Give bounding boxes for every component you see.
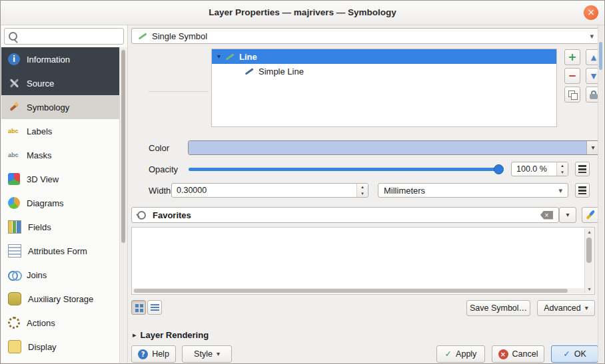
- chevron-down-icon: [217, 351, 220, 357]
- list-view-icon: [151, 304, 159, 305]
- sidebar-scrollbar[interactable]: [119, 47, 127, 363]
- width-label: Width: [149, 186, 171, 196]
- minus-icon: [568, 71, 577, 81]
- masks-icon: [8, 149, 20, 161]
- duplicate-icon: [568, 91, 577, 99]
- dialog-scrollbar[interactable]: [598, 25, 604, 363]
- advanced-button[interactable]: Advanced: [537, 300, 595, 316]
- width-spinbox[interactable]: 0.30000: [171, 183, 368, 198]
- sidebar-item-label: Display: [28, 342, 57, 352]
- clear-filter-icon[interactable]: ×: [540, 211, 553, 220]
- opacity-slider-track[interactable]: [189, 168, 501, 171]
- scroll-down-icon[interactable]: [585, 287, 594, 292]
- layer-properties-dialog: Layer Properties — majrivers — Symbology…: [0, 0, 605, 364]
- title-bar[interactable]: Layer Properties — majrivers — Symbology: [1, 1, 604, 25]
- style-manager-button[interactable]: [582, 207, 599, 223]
- dialog-scrollbar-handle[interactable]: [599, 42, 602, 70]
- add-symbol-layer-button[interactable]: [564, 49, 580, 65]
- chevron-down-icon: [590, 33, 594, 40]
- symbol-filter-value: Favorites: [153, 210, 191, 220]
- tree-item-simple-line[interactable]: Simple Line: [212, 64, 556, 79]
- apply-button[interactable]: Apply: [436, 345, 485, 363]
- help-icon: [138, 349, 148, 359]
- ok-button[interactable]: OK: [551, 345, 598, 363]
- tree-item-label: Line: [239, 52, 257, 62]
- width-unit-combo[interactable]: Millimeters: [378, 183, 568, 198]
- sidebar-item-symbology[interactable]: Symbology: [1, 95, 120, 119]
- attributes-form-icon: [8, 244, 21, 258]
- sidebar-item-display[interactable]: Display: [1, 335, 120, 359]
- layer-rendering-label: Layer Rendering: [141, 330, 209, 340]
- list-view-toggle[interactable]: [147, 300, 162, 315]
- grid-view-icon: [135, 304, 139, 307]
- sidebar-item-masks[interactable]: Masks: [1, 143, 120, 167]
- sidebar-item-fields[interactable]: Fields: [1, 215, 120, 239]
- sidebar-search-input[interactable]: [4, 28, 124, 45]
- width-data-defined-override-button[interactable]: [575, 183, 590, 198]
- opacity-steppers[interactable]: [556, 162, 568, 176]
- sidebar-item-labels[interactable]: Labels: [1, 119, 120, 143]
- search-icon: [137, 211, 146, 220]
- opacity-label: Opacity: [149, 164, 178, 174]
- ok-label: OK: [574, 349, 586, 359]
- sidebar-item-joins[interactable]: Joins: [1, 263, 120, 287]
- apply-label: Apply: [456, 349, 476, 359]
- sidebar-item-auxiliary-storage[interactable]: Auxiliary Storage: [1, 287, 120, 311]
- arrow-down-icon: [591, 73, 596, 80]
- scrollbar-handle[interactable]: [134, 289, 568, 293]
- sidebar-item-3d-view[interactable]: 3D View: [1, 167, 120, 191]
- simple-line-icon: [244, 67, 255, 76]
- tree-item-label: Simple Line: [259, 67, 304, 77]
- renderer-combo[interactable]: Single Symbol: [131, 28, 600, 44]
- expand-icon[interactable]: [217, 53, 221, 60]
- source-icon: [8, 77, 20, 89]
- tree-item-line[interactable]: Line: [212, 49, 556, 64]
- sidebar-item-label: Source: [27, 79, 54, 89]
- opacity-spinbox[interactable]: 100.0 %: [511, 162, 568, 176]
- close-icon[interactable]: [584, 5, 598, 20]
- opacity-data-defined-override-button[interactable]: [575, 162, 590, 176]
- sidebar-item-information[interactable]: Information: [1, 47, 120, 71]
- symbol-panel-vertical-scrollbar[interactable]: [584, 228, 594, 293]
- cancel-button[interactable]: Cancel: [492, 345, 544, 363]
- remove-symbol-layer-button[interactable]: [564, 68, 580, 84]
- sidebar-item-actions[interactable]: Actions: [1, 311, 120, 335]
- joins-icon: [8, 269, 20, 281]
- color-swatch[interactable]: [189, 141, 586, 154]
- save-symbol-button[interactable]: Save Symbol…: [466, 300, 530, 316]
- symbol-filter-dropdown-button[interactable]: [559, 207, 576, 223]
- duplicate-symbol-layer-button[interactable]: [564, 87, 580, 102]
- diagrams-icon: [8, 197, 20, 209]
- help-button[interactable]: Help: [131, 345, 176, 363]
- symbology-icon: [8, 101, 20, 113]
- arrow-up-icon: [591, 54, 596, 61]
- search-icon: [9, 32, 17, 41]
- cancel-x-icon: [498, 349, 508, 359]
- width-unit-value: Millimeters: [384, 186, 425, 196]
- scrollbar-handle[interactable]: [586, 238, 592, 263]
- single-symbol-icon: [137, 31, 147, 41]
- width-steppers[interactable]: [356, 184, 368, 197]
- sidebar-item-diagrams[interactable]: Diagrams: [1, 191, 120, 215]
- opacity-slider[interactable]: [189, 162, 504, 176]
- chevron-down-icon: [591, 144, 594, 151]
- icon-view-toggle[interactable]: [131, 300, 146, 315]
- data-defined-icon: [578, 165, 586, 173]
- sidebar: Information Source Symbology Labels Mask…: [1, 25, 128, 363]
- sidebar-item-source[interactable]: Source: [1, 71, 120, 95]
- chevron-down-icon: [585, 305, 588, 311]
- sidebar-item-label: 3D View: [27, 174, 59, 184]
- advanced-label: Advanced: [544, 303, 581, 313]
- sidebar-item-attributes-form[interactable]: Attributes Form: [1, 239, 120, 263]
- save-symbol-label: Save Symbol…: [470, 303, 527, 313]
- symbol-tree-panel: Line Simple Line: [211, 49, 557, 127]
- opacity-slider-handle[interactable]: [494, 164, 504, 174]
- color-button[interactable]: [188, 140, 600, 155]
- symbol-filter-input[interactable]: Favorites ×: [131, 207, 559, 223]
- sidebar-item-label: Masks: [27, 150, 52, 160]
- layer-rendering-group-toggle[interactable]: Layer Rendering: [133, 330, 209, 340]
- symbol-panel-horizontal-scrollbar[interactable]: [133, 288, 584, 293]
- sidebar-scrollbar-handle[interactable]: [121, 50, 125, 243]
- style-button[interactable]: Style: [182, 345, 232, 363]
- scroll-up-icon[interactable]: [585, 230, 594, 235]
